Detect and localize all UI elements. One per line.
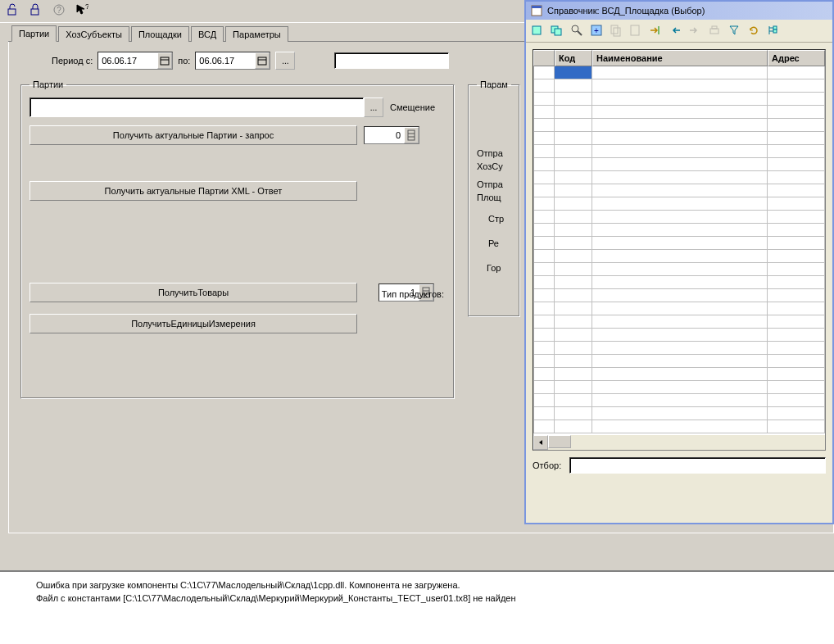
svg-text:?: ? (85, 3, 88, 11)
settings-icon[interactable]: + (590, 24, 605, 39)
parties-main-input[interactable] (29, 98, 364, 117)
move-out-icon[interactable] (688, 24, 703, 39)
offset-field[interactable] (364, 126, 419, 144)
date-from-field[interactable] (97, 52, 173, 70)
scroll-left-icon[interactable] (533, 435, 548, 450)
table-row[interactable] (533, 420, 825, 433)
message-line: Файл с константами [C:\1C\77\Маслодельны… (36, 592, 798, 605)
calendar-icon[interactable] (157, 52, 172, 69)
svg-rect-0 (8, 9, 16, 15)
get-actual-parties-xml-button[interactable]: Получить актуальные Партии XML - Ответ (29, 181, 357, 201)
table-row[interactable] (533, 289, 825, 302)
copy-icon[interactable] (610, 24, 624, 39)
tab-parties[interactable]: Партии (11, 25, 57, 42)
date-to-input[interactable] (196, 52, 255, 69)
filter-icon[interactable] (727, 24, 742, 39)
filter-input[interactable] (569, 457, 826, 474)
params-label: Стр (477, 212, 511, 225)
table-row[interactable] (533, 315, 825, 329)
table-row[interactable] (533, 276, 825, 289)
message-pane: Ошибка при загрузке компоненты C:\1C\77\… (0, 570, 834, 644)
table-row[interactable] (533, 184, 825, 197)
table-row[interactable] (533, 171, 825, 184)
table-row[interactable] (533, 263, 825, 276)
table-row[interactable] (533, 381, 825, 394)
table-row[interactable] (533, 302, 825, 315)
table-row[interactable] (533, 145, 825, 158)
table-row[interactable] (533, 211, 825, 224)
table-row[interactable] (533, 158, 825, 171)
parties-legend: Партии (29, 79, 66, 89)
svg-rect-25 (614, 28, 620, 36)
dialog-titlebar[interactable]: Справочник: ВСД_Площадка (Выбор) (526, 2, 832, 20)
table-row[interactable] (533, 407, 825, 420)
period-dots-button[interactable]: ... (275, 52, 295, 70)
params-fieldset: Парам Отпра ХозСу Отпра Площ Стр Ре Гор (468, 79, 520, 317)
table-row[interactable] (533, 342, 825, 355)
table-row[interactable] (533, 132, 825, 145)
tab-sites[interactable]: Площадки (131, 26, 189, 42)
date-to-field[interactable] (195, 52, 270, 70)
params-label: Площ (477, 191, 511, 204)
window-icon (531, 5, 542, 16)
table-row[interactable] (533, 66, 825, 79)
parties-input-dots[interactable]: ... (364, 98, 383, 117)
params-label: ХозСу (477, 160, 511, 173)
filter-label: Отбор: (533, 460, 561, 470)
scroll-thumb[interactable] (548, 435, 571, 448)
mark-icon[interactable] (629, 24, 644, 39)
move-in-icon[interactable] (669, 24, 683, 39)
pointer-icon[interactable]: ? (75, 3, 90, 18)
table-row[interactable] (533, 106, 825, 119)
col-addr[interactable]: Адрес (768, 50, 825, 66)
table-row[interactable] (533, 250, 825, 263)
table-row[interactable] (533, 329, 825, 342)
table-row[interactable] (533, 394, 825, 407)
svg-rect-24 (611, 25, 618, 34)
svg-rect-5 (161, 57, 169, 65)
tab-vsd[interactable]: ВСД (191, 26, 224, 42)
calendar-icon[interactable] (255, 52, 270, 69)
reference-dialog: Справочник: ВСД_Площадка (Выбор) + Код Н… (524, 0, 834, 524)
new-group-icon[interactable] (551, 24, 565, 39)
spin-icon[interactable] (404, 127, 419, 143)
period-from-label: Период с: (52, 56, 93, 66)
svg-point-20 (572, 25, 578, 32)
params-label: Ре (477, 237, 511, 250)
horizontal-scrollbar[interactable] (533, 435, 825, 450)
svg-rect-29 (712, 26, 717, 29)
new-line-icon[interactable] (531, 24, 546, 39)
lock2-icon[interactable] (29, 3, 44, 18)
table-row[interactable] (533, 119, 825, 132)
get-units-button[interactable]: ПолучитьЕдиницыИзмерения (29, 314, 357, 333)
col-name[interactable]: Наименование (592, 50, 768, 66)
get-actual-parties-request-button[interactable]: Получить актуальные Партии - запрос (29, 125, 357, 145)
help-icon[interactable]: ? (52, 3, 67, 18)
table-row[interactable] (533, 197, 825, 211)
grid-body[interactable] (533, 66, 825, 435)
col-rowsel[interactable] (533, 50, 555, 66)
table-row[interactable] (533, 93, 825, 106)
table-row[interactable] (533, 355, 825, 368)
table-row[interactable] (533, 79, 825, 93)
table-row[interactable] (533, 368, 825, 381)
tree-icon[interactable] (767, 24, 782, 39)
product-type-label: Тип продуктов: (382, 289, 444, 299)
table-row[interactable] (533, 237, 825, 250)
tab-hozsub[interactable]: ХозСубъекты (58, 26, 129, 42)
dialog-title: Справочник: ВСД_Площадка (Выбор) (547, 6, 705, 16)
col-code[interactable]: Код (555, 50, 592, 66)
refresh-icon[interactable] (747, 24, 762, 39)
date-from-input[interactable] (98, 52, 157, 69)
get-goods-button[interactable]: ПолучитьТовары (29, 283, 357, 302)
reference-grid[interactable]: Код Наименование Адрес (533, 49, 826, 451)
scroll-track[interactable] (548, 435, 825, 450)
print-icon[interactable] (708, 24, 723, 39)
tab-params[interactable]: Параметры (225, 26, 288, 42)
offset-input[interactable] (365, 127, 404, 143)
search-icon[interactable] (570, 24, 585, 39)
table-row[interactable] (533, 224, 825, 237)
search-input[interactable] (334, 52, 449, 69)
lock1-icon[interactable] (7, 3, 21, 18)
output-icon[interactable] (649, 24, 664, 39)
